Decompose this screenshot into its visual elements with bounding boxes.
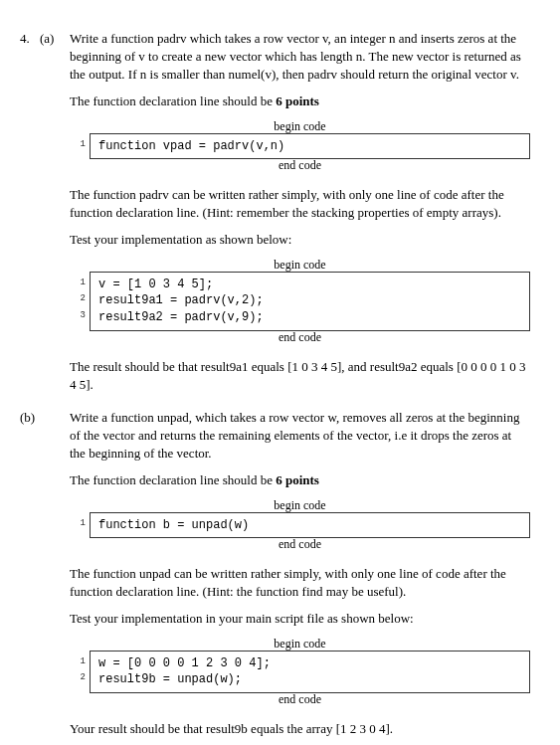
a-decl-note: The function declaration line should be …: [70, 93, 530, 110]
code-block-a2: begin code 1v = [1 0 3 4 5]; 2result9a1 …: [70, 257, 530, 346]
end-code-label: end code: [273, 157, 327, 174]
code-block-b1: begin code 1function b = unpad(w) end co…: [70, 497, 530, 553]
end-code-label: end code: [273, 536, 327, 553]
b-result: Your result should be that result9b equa…: [70, 720, 530, 738]
code-a1: 1function vpad = padrv(v,n): [90, 133, 530, 160]
a-result: The result should be that result9a1 equa…: [70, 358, 530, 394]
code-b2: 1w = [0 0 0 0 1 2 3 0 4]; 2result9b = un…: [90, 651, 530, 694]
question-number: 4.: [20, 30, 40, 48]
end-code-label: end code: [273, 691, 327, 708]
code-b1: 1function b = unpad(w): [90, 512, 530, 539]
end-code-label: end code: [273, 329, 327, 346]
a-prompt: Write a function padrv which takes a row…: [70, 30, 530, 85]
b-decl-note: The function declaration line should be …: [70, 471, 530, 489]
part-b: Write a function unpad, which takes a ro…: [70, 409, 530, 738]
subpart-a-label: (a): [40, 30, 65, 48]
b-test-intro: Test your implementation in your main sc…: [70, 610, 530, 628]
code-block-a1: begin code 1function vpad = padrv(v,n) e…: [70, 118, 530, 174]
part-a: Write a function padrv which takes a row…: [70, 30, 530, 394]
a-hint: The function padrv can be written rather…: [70, 186, 530, 222]
subpart-b-label: (b): [20, 409, 45, 427]
b-hint: The function unpad can be written rather…: [70, 565, 530, 601]
code-a2: 1v = [1 0 3 4 5]; 2result9a1 = padrv(v,2…: [90, 272, 530, 331]
code-block-b2: begin code 1w = [0 0 0 0 1 2 3 0 4]; 2re…: [70, 636, 530, 708]
a-test-intro: Test your implementation as shown below:: [70, 231, 530, 249]
b-prompt: Write a function unpad, which takes a ro…: [70, 409, 530, 464]
